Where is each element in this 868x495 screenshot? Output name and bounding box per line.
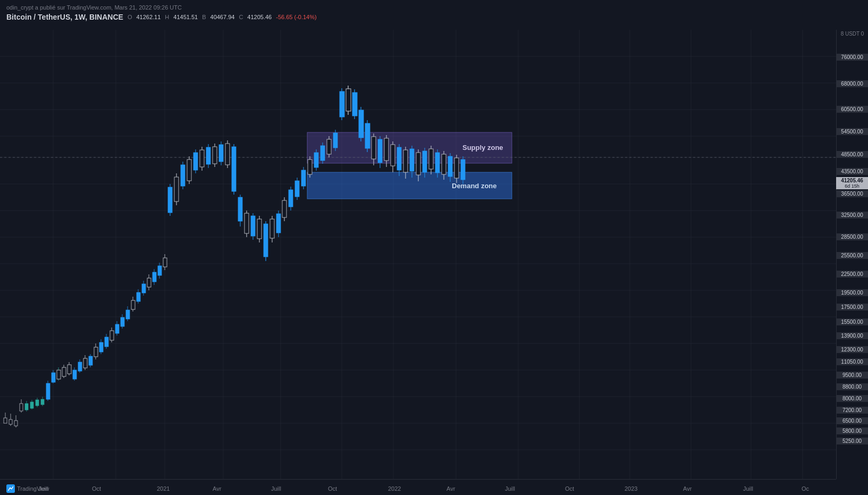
price-68000: 68000.00 [836,80,868,87]
chart-container: odin_crypt a publié sur TradingView.com,… [0,0,868,495]
price-9500: 9500.00 [836,372,868,379]
svg-rect-122 [245,213,249,233]
x-label-avr1: Avr [213,485,221,492]
svg-rect-166 [384,138,389,161]
price-13900: 13900.00 [836,332,868,339]
svg-rect-46 [30,402,33,408]
price-25500: 25500.00 [836,252,868,259]
svg-text:Demand zone: Demand zone [452,182,497,190]
price-5800: 5800.00 [836,427,868,434]
x-label-avr3: Avr [683,485,692,492]
high-value: 41451.51 [173,14,198,20]
svg-rect-132 [276,214,281,233]
svg-rect-168 [391,145,395,166]
svg-rect-156 [352,93,357,116]
svg-rect-88 [142,284,146,293]
svg-rect-118 [232,147,236,191]
price-19500: 19500.00 [836,289,868,296]
y-axis: 8 USDT 0 76000.00 68000.00 60500.00 5450… [836,30,868,479]
svg-rect-64 [78,362,82,371]
svg-rect-76 [110,331,114,340]
svg-rect-178 [423,151,427,172]
svg-rect-176 [416,153,420,175]
low-label: B [202,14,206,20]
svg-rect-70 [94,347,98,357]
price-17500: 17500.00 [836,304,868,311]
svg-rect-106 [193,153,198,170]
svg-rect-68 [89,356,92,365]
price-6500: 6500.00 [836,417,868,424]
x-label-oct1: Oct [92,485,101,492]
svg-rect-140 [301,170,306,186]
x-label-avr2: Avr [446,485,455,492]
price-12300: 12300.00 [836,346,868,353]
svg-rect-190 [461,160,465,180]
svg-rect-138 [295,181,299,197]
svg-rect-116 [225,144,230,165]
svg-rect-56 [57,370,61,379]
price-28500: 28500.00 [836,233,868,240]
svg-rect-110 [206,147,210,164]
price-76000: 76000.00 [836,54,868,61]
svg-rect-60 [68,365,71,374]
price-43500: 43500.00 [836,168,868,175]
svg-rect-50 [41,399,44,405]
high-label: H [165,14,169,20]
tradingview-label: TradingView [17,485,49,492]
price-60500: 60500.00 [836,106,868,113]
x-label-oct3: Oct [565,485,574,492]
close-label: C [239,14,243,20]
x-axis: Juill Oct 2021 Avr Juill Oct 2022 Avr Ju… [0,479,836,495]
usdt-label: 8 USDT 0 [837,30,868,38]
attribution: odin_crypt a publié sur TradingView.com,… [0,0,868,12]
svg-rect-48 [36,400,39,406]
svg-rect-96 [163,258,167,267]
open-label: O [128,14,132,20]
svg-rect-144 [314,153,318,167]
svg-rect-36 [4,418,7,423]
svg-rect-184 [442,154,446,174]
svg-rect-188 [454,158,459,178]
svg-rect-148 [327,139,331,154]
x-label-2023: 2023 [625,485,637,492]
price-54500: 54500.00 [836,128,868,135]
svg-rect-182 [435,153,440,173]
ticker-info: Bitcoin / TetherUS, 1W, BINANCE O 41262.… [0,12,868,22]
svg-rect-38 [9,420,12,424]
svg-rect-154 [346,89,351,111]
top-bar: odin_crypt a publié sur TradingView.com,… [0,0,868,30]
svg-text:Supply zone: Supply zone [462,144,503,152]
svg-rect-146 [321,146,325,161]
svg-rect-62 [73,370,77,379]
svg-rect-98 [168,187,172,213]
svg-rect-170 [397,147,401,170]
svg-rect-86 [137,292,140,301]
price-15500: 15500.00 [836,318,868,325]
svg-rect-160 [365,123,370,148]
svg-rect-128 [264,224,268,257]
svg-rect-80 [121,317,124,326]
svg-rect-72 [99,342,103,352]
x-label-2022: 2022 [388,485,401,492]
svg-rect-130 [270,219,274,238]
x-label-juill4: Juill [743,485,753,492]
svg-rect-42 [20,404,23,411]
low-value: 40467.94 [210,14,235,20]
svg-rect-66 [83,358,87,368]
svg-rect-40 [14,421,18,426]
svg-rect-104 [187,160,191,181]
price-32500: 32500.00 [836,212,868,219]
open-value: 41262.11 [136,14,161,20]
change-value: -56.65 (-0.14%) [276,14,316,20]
close-value: 41205.46 [247,14,272,20]
price-36500: 36500.00 [836,190,868,197]
x-label-2021: 2021 [157,485,170,492]
svg-rect-126 [257,219,262,239]
price-48500: 48500.00 [836,151,868,158]
svg-rect-82 [126,310,130,319]
svg-rect-150 [333,133,338,148]
chart-area[interactable]: Supply zone Demand zone [0,30,836,479]
svg-rect-100 [174,177,179,202]
x-label-oct2: Oct [328,485,337,492]
svg-rect-52 [46,383,50,399]
